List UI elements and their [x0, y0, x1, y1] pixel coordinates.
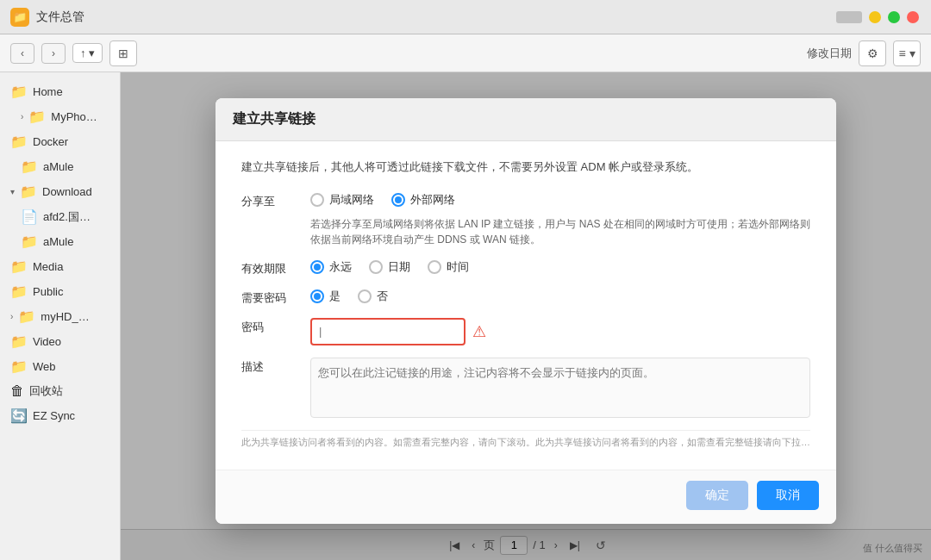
sidebar-item-label: aMule — [43, 160, 73, 173]
radio-no-circle — [358, 289, 372, 303]
folder-icon: 📁 — [10, 283, 28, 300]
sidebar-item-mypho[interactable]: › 📁 MyPho… — [0, 104, 120, 129]
dialog-body: 建立共享链接后，其他人将可透过此链接下载文件，不需要另外设置 ADM 帐户或登录… — [216, 141, 836, 470]
expand-arrow-icon: ▾ — [10, 187, 15, 196]
settings-icon: ⚙ — [867, 47, 878, 60]
folder-icon: 📁 — [28, 109, 46, 125]
sidebar-item-label: afd2.国… — [43, 209, 91, 225]
sidebar-item-label: MyPho… — [51, 110, 97, 123]
dialog-titlebar: 建立共享链接 — [216, 98, 836, 141]
minimize-button[interactable] — [869, 11, 881, 23]
sidebar-item-amule1[interactable]: 📁 aMule — [0, 154, 120, 179]
password-content: ⚠ — [310, 318, 810, 345]
share-to-label: 分享至 — [241, 192, 310, 209]
sidebar-item-public[interactable]: 📁 Public — [0, 279, 120, 304]
window-controls — [836, 11, 919, 23]
sidebar-item-label: Download — [42, 185, 92, 198]
require-password-content: 是 否 — [310, 289, 810, 304]
sidebar-item-label: myHD_… — [41, 310, 89, 323]
validity-row: 有效期限 永远 日期 — [241, 259, 810, 277]
forward-button[interactable]: › — [41, 43, 66, 64]
share-to-content: 局域网络 外部网络 若选择分享至局域网络则将依据 LAN IP 建立链接，用户与… — [310, 192, 810, 247]
password-warning-icon: ⚠ — [472, 322, 486, 341]
folder-icon: 📁 — [10, 333, 28, 350]
share-lan-option[interactable]: 局域网络 — [310, 192, 374, 208]
require-password-no-option[interactable]: 否 — [358, 289, 388, 304]
validity-forever-option[interactable]: 永远 — [310, 259, 352, 275]
sidebar-item-label: Web — [33, 360, 56, 373]
upload-button[interactable]: ↑ ▾ — [72, 43, 103, 63]
validity-label: 有效期限 — [241, 259, 310, 277]
password-input-row: ⚠ — [310, 318, 810, 345]
sidebar-item-label: Media — [33, 260, 63, 273]
sidebar-item-home[interactable]: 📁 Home — [0, 79, 120, 104]
folder-icon: 📁 — [10, 258, 28, 275]
dialog-overlay: 建立共享链接 建立共享链接后，其他人将可透过此链接下载文件，不需要另外设置 AD… — [121, 72, 931, 560]
confirm-button[interactable]: 确定 — [686, 481, 748, 510]
sidebar-item-label: Video — [33, 335, 61, 348]
sidebar-item-trash[interactable]: 🗑 回收站 — [0, 379, 120, 403]
require-password-radio-group: 是 否 — [310, 289, 810, 304]
folder-icon: 📁 — [10, 134, 28, 150]
sidebar-item-label: Public — [33, 285, 63, 298]
scroll-hint: 此为共享链接访问者将看到的内容。如需查看完整内容，请向下滚动。此为共享链接访问者… — [241, 430, 810, 449]
radio-lan-circle — [310, 193, 324, 207]
toolbar-right: 修改日期 ⚙ ≡ ▾ — [807, 40, 921, 66]
folder-icon: 📁 — [21, 159, 38, 175]
validity-time-option[interactable]: 时间 — [428, 259, 469, 275]
description-label: 描述 — [241, 358, 310, 375]
sidebar-item-myhd[interactable]: › 📁 myHD_… — [0, 304, 120, 329]
app-title: 文件总管 — [36, 9, 84, 25]
close-button[interactable] — [907, 11, 919, 23]
trash-icon: 🗑 — [10, 383, 24, 399]
dialog-description: 建立共享链接后，其他人将可透过此链接下载文件，不需要另外设置 ADM 帐户或登录… — [241, 159, 810, 177]
validity-date-label: 日期 — [388, 259, 410, 275]
description-row: 描述 — [241, 358, 810, 418]
back-button[interactable]: ‹ — [10, 43, 34, 64]
sidebar-item-afd2[interactable]: 📄 afd2.国… — [0, 204, 120, 229]
share-to-row: 分享至 局域网络 外部网络 — [241, 192, 810, 247]
arrow-icon: › — [10, 312, 13, 321]
upload-icon: ↑ — [80, 47, 86, 59]
sidebar-item-video[interactable]: 📁 Video — [0, 329, 120, 354]
sidebar-item-web[interactable]: 📁 Web — [0, 354, 120, 379]
sidebar-item-media[interactable]: 📁 Media — [0, 254, 120, 279]
description-textarea[interactable] — [310, 358, 810, 418]
share-sub-desc: 若选择分享至局域网络则将依据 LAN IP 建立链接，用户与 NAS 处在相同的… — [310, 216, 810, 247]
sidebar-item-label: Docker — [33, 135, 68, 148]
sidebar-item-label: EZ Sync — [33, 409, 75, 422]
sidebar-item-docker[interactable]: 📁 Docker — [0, 129, 120, 154]
title-bar: 📁 文件总管 — [0, 0, 931, 34]
radio-forever-circle — [310, 260, 324, 274]
folder-icon: 📁 — [21, 233, 38, 250]
radio-yes-circle — [310, 289, 324, 303]
view-toggle-button[interactable]: ≡ ▾ — [893, 40, 921, 66]
require-password-yes-option[interactable]: 是 — [310, 289, 341, 304]
radio-time-circle — [428, 260, 441, 274]
validity-radio-group: 永远 日期 时间 — [310, 259, 810, 275]
dialog-footer: 确定 取消 — [216, 470, 836, 524]
share-wan-label: 外部网络 — [410, 192, 455, 208]
require-password-row: 需要密码 是 否 — [241, 289, 810, 306]
upload-dropdown-icon: ▾ — [89, 47, 95, 59]
sidebar-item-label: Home — [33, 85, 63, 98]
share-wan-option[interactable]: 外部网络 — [391, 192, 455, 208]
require-password-yes-label: 是 — [329, 289, 341, 304]
sidebar-item-amule2[interactable]: 📁 aMule — [0, 229, 120, 254]
validity-forever-label: 永远 — [329, 259, 352, 275]
settings-button[interactable]: ⚙ — [859, 40, 886, 66]
share-link-dialog: 建立共享链接 建立共享链接后，其他人将可透过此链接下载文件，不需要另外设置 AD… — [216, 98, 836, 524]
maximize-button[interactable] — [888, 11, 900, 23]
sidebar-item-ezsync[interactable]: 🔄 EZ Sync — [0, 403, 120, 428]
password-label: 密码 — [241, 318, 310, 335]
sidebar-item-label: 回收站 — [29, 383, 63, 399]
folder-icon: 📁 — [10, 84, 28, 100]
cancel-button[interactable]: 取消 — [757, 481, 819, 510]
file-icon: 📄 — [21, 208, 38, 225]
validity-date-option[interactable]: 日期 — [369, 259, 410, 275]
folder-icon: 📁 — [18, 308, 35, 325]
grid-view-button[interactable]: ⊞ — [109, 40, 137, 66]
radio-date-circle — [369, 260, 383, 274]
password-input[interactable] — [310, 318, 466, 345]
sidebar-item-download[interactable]: ▾ 📁 Download — [0, 179, 120, 204]
